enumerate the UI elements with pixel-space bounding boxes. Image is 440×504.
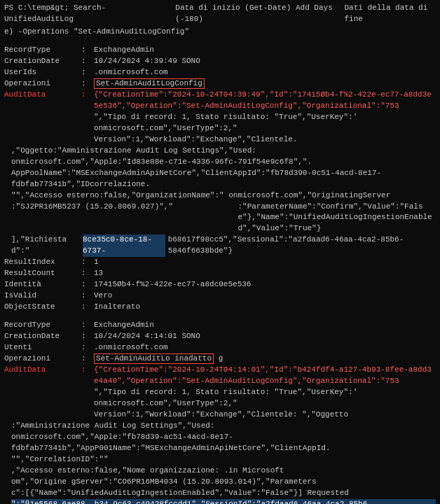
audit-data-cont2-1: Version":1,"Workload":"Exchange","Client… [4,134,436,146]
audit-data-row-2: AuditData : {"CreationTime":"2024-10-24T… [4,365,436,387]
record-type-val: ExchangeAdmin [94,45,436,56]
sep2: : [81,56,94,67]
ps-header-line: PS C:\temp&gt; Search-UnifiedAuditLog Da… [4,3,436,25]
audit-data-cont4-1: onmicrosoft.com","Apple:"Id83e88e-c71e-4… [4,157,436,168]
sep6: : [81,257,94,268]
record-type-row: RecordType : ExchangeAdmin [4,45,436,56]
ops-suffix-2: g [219,354,224,363]
audit-cont-paramname [173,202,238,213]
selected-session-text: ":"β1e5568-6ae88- b34-9c63-c49428fccdd1"… [11,499,436,504]
audit-data-session-2: ":"β1e5568-6ae88- b34-9c63-c49428fccdd1"… [4,499,436,504]
obj-state-val: Inalterato [94,302,436,313]
audit-data-label-1: AuditData [4,90,81,101]
sep13: : [81,342,94,354]
audit-data-cont7-1: :"SJ2PR16MB5237 (15.20.8069.027)"," :"Pa… [4,202,436,235]
identity-row: Identità : 17415Øb4-f%2-422e-ec77-a8dc0e… [4,279,436,290]
sep3: : [81,67,94,78]
record-1: RecordType : ExchangeAdmin CreationDate … [4,45,436,313]
audit-cont-text: ","Tipo di record: 1, Stato risultato: "… [94,112,436,134]
result-index-label-1: ResultIndex [4,257,81,268]
selected-id-text: 8ce35c0-8ce-18-6737- [83,234,165,257]
creation-date-row: CreationDate : 10/24/2024 4:39:49 SONO [4,56,436,67]
audit-cont-text5: AppPoolName":"MSExchangeAdminApiNetCore"… [11,168,436,190]
record-type-row-2: RecordType : ExchangeAdmin [4,320,436,331]
record-type-val-2: ExchangeAdmin [94,320,436,331]
is-valid-label: IsValid [4,290,81,302]
audit-data-cont5-2: "","CorrelationID":"" [4,454,436,465]
audit-data-label-2: AuditData [4,365,81,376]
header-middle: Data di inizio (Get-Date) Add Days (-180… [175,3,338,25]
utenti-val: .onmicrosoft.com [94,342,436,354]
obj-state-label: ObjectState [4,302,81,313]
result-index-val-1: 1 [94,257,436,268]
sep12: : [81,331,94,342]
audit-cont2-text7: om","Origine gServer":"CO6PR16MB4034 (15… [11,477,317,488]
audit-cont2-text4: onmicrosoft.com","Apple:"fb78d39-ac51-4a… [11,432,436,454]
audit-data-cont3-2: :"Amministrazione Audit Log Settings","U… [4,421,436,432]
audit-data-val-2: {"CreationTime":"2024-10-24T04:14:01","I… [94,365,436,387]
audit-data-val-text-1: {"CreationTime":"2024-10-24T04:39:49","I… [94,90,432,110]
record-type-label-2: RecordType [4,320,81,331]
audit-cont2-text2: Version":1,"Workload":"Exchange","Client… [94,410,348,421]
audit-cont2-text6: ,"Accesso esterno:false,"Nome organizzaz… [11,465,284,477]
sep4: : [81,78,94,90]
user-ids-label: UserIds [4,67,81,78]
operations-boxed-1: Set-AdminAuditLogConfig [94,78,205,89]
obj-state-row: ObjectState : Inalterato [4,302,436,313]
result-index-row-1: ResultIndex : 1 [4,257,436,268]
audit-cont2-text8: c":[{"Name":"UnifiedAuditLogIngestionEna… [11,488,349,499]
ops-text-2: Set-AdminAuditLo inadatto [96,354,212,363]
audit-data-cont4-2: onmicrosoft.com","Apple:"fb78d39-ac51-4a… [4,432,436,454]
utenti-label: Utenti [4,342,81,354]
result-count-val: 13 [94,268,436,279]
audit-data-cont3-1: ,"Oggetto:"Amministrazione Audit Log Set… [4,146,436,157]
sep10: : [81,302,94,313]
user-ids-row: UserIds : .onmicrosoft.com [4,67,436,78]
audit-cont-text3: ,"Oggetto:"Amministrazione Audit Log Set… [11,146,256,157]
sep5: : [81,90,94,101]
identity-label: Identità [4,279,81,290]
is-valid-val: Vero [94,290,436,302]
result-count-row: ResultCount : 13 [4,268,436,279]
identity-val: 17415Øb4-f%2-422e-ec77-a8dc0e5e536 [94,279,436,290]
operations-boxed-2: Set-AdminAuditLo inadatto [94,354,214,364]
operations-label-2: Operazioni [4,354,81,365]
audit-data-cont9-1: ],"Richiesta d":" 8ce35c0-8ce-18-6737- b… [4,234,436,257]
audit-cont2-text1: ","Tipo di record: 1, Stato risultato: "… [94,387,436,410]
sep14: : [81,354,94,365]
audit-data-cont6-1: "","Accesso esterno:false,"OrganizationN… [4,190,436,202]
audit-data-cont5-1: AppPoolName":"MSExchangeAdminApiNetCore"… [4,168,436,190]
audit-cont-text2: Version":1,"Workload":"Exchange","Client… [94,134,297,146]
header-right: Dati della data di fine [345,3,436,25]
creation-date-label-2: CreationDate [4,331,81,342]
audit-cont-text10: b68617f98cc5","Sessional":"a2fdaad6-46aa… [168,234,436,257]
audit-data-cont1-2: ","Tipo di record: 1, Stato risultato: "… [4,387,436,410]
cmd-line: e) -Operations "Set-AdminAuditLogConfig" [4,27,436,38]
utenti-row: Utenti : .onmicrosoft.com [4,342,436,354]
audit-data-val-1: {"CreationTime":"2024-10-24T04:39:49","I… [94,90,436,112]
operations-val-1: Set-AdminAuditLogConfig [94,78,436,90]
operations-row-2: Operazioni : Set-AdminAuditLo inadatto g [4,354,436,365]
audit-cont-text7: :"SJ2PR16MB5237 (15.20.8069.027)"," [11,202,173,213]
sep7: : [81,268,94,279]
sep15: : [81,365,94,376]
sep8: : [81,279,94,290]
audit-data-cont6-2: ,"Accesso esterno:false,"Nome organizzaz… [4,465,436,477]
audit-data-val-text-2: {"CreationTime":"2024-10-24T04:14:01","I… [94,365,432,385]
result-count-label: ResultCount [4,268,81,279]
operations-row-1: Operazioni : Set-AdminAuditLogConfig [4,78,436,90]
record-type-label: RecordType [4,45,81,56]
user-ids-val: .onmicrosoft.com [94,67,436,78]
audit-cont2-text3: :"Amministrazione Audit Log Settings","U… [11,421,214,432]
sep11: : [81,320,94,331]
audit-cont-paramname2: :"ParameterName":"Confirm","Value":"Fals… [238,202,436,235]
creation-date-label: CreationDate [4,56,81,67]
cmd-text: e) -Operations "Set-AdminAuditLogConfig" [4,27,189,38]
audit-data-cont8-2: c":[{"Name":"UnifiedAuditLogIngestionEna… [4,488,436,499]
is-valid-row: IsValid : Vero [4,290,436,302]
record-2: RecordType : ExchangeAdmin CreationDate … [4,320,436,504]
terminal-window: PS C:\temp&gt; Search-UnifiedAuditLog Da… [4,3,436,504]
audit-cont-text6: "","Accesso esterno:false,"OrganizationN… [11,190,390,202]
creation-date-row-2: CreationDate : 10/24/2024 4:14:01 SONO [4,331,436,342]
ps-prompt: PS C:\temp&gt; Search-UnifiedAuditLog [4,3,151,25]
